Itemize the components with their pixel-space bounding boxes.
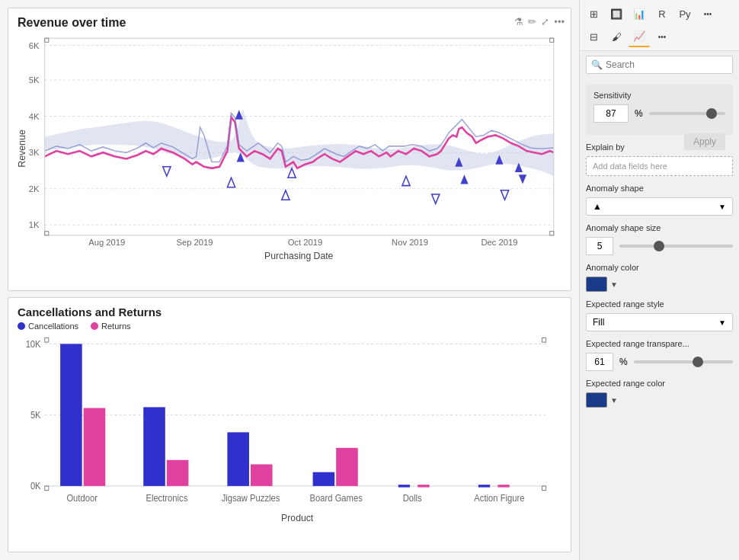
anomaly-shape-size-section: Anomaly shape size: [586, 223, 733, 255]
filter-icon[interactable]: ⚗: [514, 16, 523, 27]
toolbar-btn-3[interactable]: 📊: [629, 3, 650, 24]
expected-range-style-section: Expected range style Fill ▼: [586, 299, 733, 331]
svg-marker-25: [519, 174, 526, 184]
anomaly-shape-section: Anomaly shape ▲ ▼: [586, 184, 733, 216]
sensitivity-label: Sensitivity: [593, 91, 725, 100]
toolbar-btn-more-1[interactable]: •••: [697, 3, 718, 24]
svg-text:Oct 2019: Oct 2019: [288, 238, 322, 247]
expand-icon[interactable]: ⤢: [541, 16, 549, 27]
legend-returns-dot: [91, 322, 98, 330]
svg-text:Board Games: Board Games: [310, 493, 363, 504]
anomaly-size-slider-thumb[interactable]: [654, 241, 664, 251]
search-icon: 🔍: [591, 59, 603, 70]
svg-text:Action Figure: Action Figure: [474, 493, 524, 504]
transparency-slider-thumb[interactable]: [693, 357, 703, 367]
line-chart-svg-container: 6K 5K 4K 3K 2K 1K: [18, 34, 561, 263]
bar-chart-svg-container: 10K 5K 0K: [18, 335, 561, 556]
svg-text:3K: 3K: [29, 148, 40, 157]
anomaly-color-row: ▼: [586, 277, 733, 292]
toolbar-btn-7[interactable]: 🖌: [606, 26, 627, 47]
svg-text:5K: 5K: [29, 75, 40, 85]
edit-icon[interactable]: ✏: [528, 16, 536, 27]
svg-text:Electronics: Electronics: [146, 493, 187, 504]
svg-text:Purchasing Date: Purchasing Date: [264, 251, 334, 261]
anomaly-color-section: Anomaly color ▼: [586, 263, 733, 292]
legend-returns-label: Returns: [101, 322, 131, 331]
svg-marker-14: [227, 178, 235, 187]
expected-range-transparency-row: %: [586, 353, 733, 371]
svg-rect-34: [45, 38, 49, 42]
expected-range-transparency-input[interactable]: [586, 353, 613, 371]
legend-cancellations-dot: [18, 322, 25, 330]
toolbar-btn-4[interactable]: R: [651, 3, 673, 24]
expected-range-style-dropdown[interactable]: Fill ▼: [586, 313, 733, 331]
svg-text:Sep 2019: Sep 2019: [177, 238, 213, 247]
svg-text:Outdoor: Outdoor: [66, 493, 98, 504]
svg-text:0K: 0K: [30, 481, 41, 492]
anomaly-size-slider-track[interactable]: [619, 245, 733, 248]
line-chart-panel: Revenue over time ⚗ ✏ ⤢ ••• 6K 5K 4K 3K …: [8, 8, 571, 291]
svg-text:5K: 5K: [30, 410, 41, 421]
expected-range-color-section: Expected range color ▼: [586, 379, 733, 408]
more-icon[interactable]: •••: [554, 16, 565, 27]
chart-toolbar: ⚗ ✏ ⤢ •••: [514, 16, 565, 27]
anomaly-shape-value: ▲: [593, 201, 602, 212]
bar-chart-title: Cancellations and Returns: [18, 306, 561, 318]
anomaly-shape-size-row: [586, 237, 733, 255]
anomaly-color-label: Anomaly color: [586, 263, 733, 272]
sensitivity-row: %: [593, 104, 725, 123]
svg-rect-48: [227, 432, 249, 486]
search-box[interactable]: 🔍: [586, 56, 733, 74]
expected-range-color-swatch[interactable]: [586, 392, 607, 408]
toolbar-top: ⊞ 🔲 📊 R Py ••• ⊟ 🖌 📈 •••: [580, 0, 739, 51]
bar-chart-panel: Cancellations and Returns Cancellations …: [8, 297, 571, 552]
svg-text:Nov 2019: Nov 2019: [392, 238, 428, 247]
toolbar-btn-more-2[interactable]: •••: [651, 26, 673, 47]
expected-range-style-label: Expected range style: [586, 299, 733, 309]
svg-rect-44: [60, 344, 82, 486]
svg-rect-35: [550, 38, 554, 42]
search-input[interactable]: [606, 59, 728, 70]
expected-range-color-arrow[interactable]: ▼: [610, 396, 618, 405]
anomaly-color-swatch[interactable]: [586, 277, 607, 292]
toolbar-row-1: ⊞ 🔲 📊 R Py •••: [583, 3, 736, 24]
svg-text:2K: 2K: [29, 184, 40, 194]
toolbar-row-2: ⊟ 🖌 📈 •••: [583, 26, 736, 47]
toolbar-btn-1[interactable]: ⊞: [583, 3, 604, 24]
expected-range-style-value: Fill: [593, 317, 604, 328]
sensitivity-input[interactable]: [593, 104, 629, 123]
bar-chart-legend: Cancellations Returns: [18, 322, 561, 331]
svg-rect-47: [167, 460, 189, 486]
anomaly-shape-label: Anomaly shape: [586, 184, 733, 193]
legend-cancellations-label: Cancellations: [28, 322, 78, 331]
explain-by-field[interactable]: Add data fields here: [586, 156, 733, 176]
sensitivity-slider-track[interactable]: [649, 112, 725, 115]
svg-marker-18: [402, 176, 410, 185]
toolbar-btn-2[interactable]: 🔲: [606, 3, 627, 24]
svg-text:10K: 10K: [26, 338, 41, 350]
toolbar-btn-analytics[interactable]: 📈: [629, 26, 650, 47]
toolbar-btn-5[interactable]: Py: [674, 3, 696, 24]
anomaly-shape-size-label: Anomaly shape size: [586, 223, 733, 232]
expected-range-color-label: Expected range color: [586, 379, 733, 388]
svg-marker-16: [282, 190, 290, 200]
anomaly-color-arrow[interactable]: ▼: [610, 280, 618, 289]
svg-text:1K: 1K: [29, 220, 40, 229]
anomaly-shape-size-input[interactable]: [586, 237, 613, 255]
anomaly-shape-dropdown[interactable]: ▲ ▼: [586, 197, 733, 216]
svg-text:Dolls: Dolls: [403, 493, 422, 504]
svg-text:6K: 6K: [29, 41, 40, 50]
apply-button[interactable]: Apply: [684, 133, 725, 150]
svg-marker-19: [432, 194, 440, 203]
expected-range-color-row: ▼: [586, 392, 733, 408]
sensitivity-slider-thumb[interactable]: [706, 108, 717, 119]
svg-text:Revenue: Revenue: [18, 130, 27, 168]
svg-marker-21: [460, 174, 468, 184]
svg-text:Jigsaw Puzzles: Jigsaw Puzzles: [222, 493, 280, 504]
transparency-slider-track[interactable]: [634, 360, 733, 363]
expected-range-transparency-section: Expected range transpare... %: [586, 339, 733, 371]
toolbar-btn-6[interactable]: ⊟: [583, 26, 604, 47]
expected-range-transparency-label: Expected range transpare...: [586, 339, 733, 348]
svg-marker-13: [163, 167, 171, 176]
svg-rect-36: [45, 232, 49, 235]
